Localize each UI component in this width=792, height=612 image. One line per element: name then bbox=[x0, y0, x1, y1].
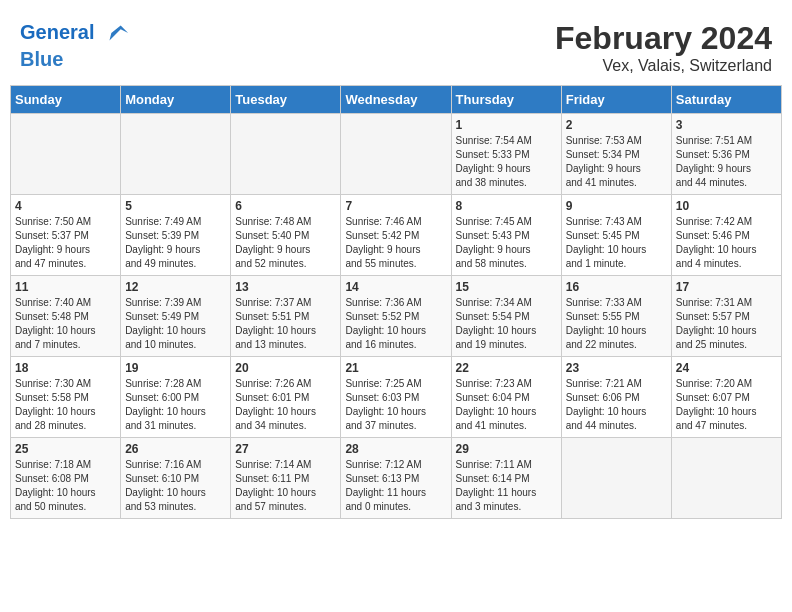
logo-bird-icon bbox=[102, 20, 130, 48]
calendar-table: SundayMondayTuesdayWednesdayThursdayFrid… bbox=[10, 85, 782, 519]
calendar-header: SundayMondayTuesdayWednesdayThursdayFrid… bbox=[11, 86, 782, 114]
weekday-header-row: SundayMondayTuesdayWednesdayThursdayFrid… bbox=[11, 86, 782, 114]
calendar-cell: 23Sunrise: 7:21 AMSunset: 6:06 PMDayligh… bbox=[561, 357, 671, 438]
day-number: 29 bbox=[456, 442, 557, 456]
calendar-title: February 2024 bbox=[555, 20, 772, 57]
title-block: February 2024 Vex, Valais, Switzerland bbox=[555, 20, 772, 75]
weekday-header-thursday: Thursday bbox=[451, 86, 561, 114]
day-number: 15 bbox=[456, 280, 557, 294]
day-number: 26 bbox=[125, 442, 226, 456]
day-info: Sunrise: 7:12 AMSunset: 6:13 PMDaylight … bbox=[345, 458, 446, 514]
day-info: Sunrise: 7:14 AMSunset: 6:11 PMDaylight … bbox=[235, 458, 336, 514]
day-info: Sunrise: 7:31 AMSunset: 5:57 PMDaylight … bbox=[676, 296, 777, 352]
day-number: 1 bbox=[456, 118, 557, 132]
calendar-cell bbox=[561, 438, 671, 519]
day-info: Sunrise: 7:11 AMSunset: 6:14 PMDaylight … bbox=[456, 458, 557, 514]
day-info: Sunrise: 7:21 AMSunset: 6:06 PMDaylight … bbox=[566, 377, 667, 433]
day-number: 6 bbox=[235, 199, 336, 213]
calendar-cell bbox=[231, 114, 341, 195]
day-info: Sunrise: 7:30 AMSunset: 5:58 PMDaylight … bbox=[15, 377, 116, 433]
day-number: 4 bbox=[15, 199, 116, 213]
day-number: 14 bbox=[345, 280, 446, 294]
day-info: Sunrise: 7:43 AMSunset: 5:45 PMDaylight … bbox=[566, 215, 667, 271]
calendar-cell: 22Sunrise: 7:23 AMSunset: 6:04 PMDayligh… bbox=[451, 357, 561, 438]
calendar-cell: 28Sunrise: 7:12 AMSunset: 6:13 PMDayligh… bbox=[341, 438, 451, 519]
day-info: Sunrise: 7:54 AMSunset: 5:33 PMDaylight … bbox=[456, 134, 557, 190]
calendar-cell: 14Sunrise: 7:36 AMSunset: 5:52 PMDayligh… bbox=[341, 276, 451, 357]
calendar-week-row: 18Sunrise: 7:30 AMSunset: 5:58 PMDayligh… bbox=[11, 357, 782, 438]
day-number: 3 bbox=[676, 118, 777, 132]
calendar-cell: 16Sunrise: 7:33 AMSunset: 5:55 PMDayligh… bbox=[561, 276, 671, 357]
calendar-cell: 17Sunrise: 7:31 AMSunset: 5:57 PMDayligh… bbox=[671, 276, 781, 357]
calendar-cell: 2Sunrise: 7:53 AMSunset: 5:34 PMDaylight… bbox=[561, 114, 671, 195]
calendar-cell: 9Sunrise: 7:43 AMSunset: 5:45 PMDaylight… bbox=[561, 195, 671, 276]
calendar-week-row: 11Sunrise: 7:40 AMSunset: 5:48 PMDayligh… bbox=[11, 276, 782, 357]
logo-blue: Blue bbox=[20, 48, 130, 70]
day-number: 13 bbox=[235, 280, 336, 294]
page-header: General Blue February 2024 Vex, Valais, … bbox=[10, 10, 782, 80]
day-info: Sunrise: 7:48 AMSunset: 5:40 PMDaylight … bbox=[235, 215, 336, 271]
day-number: 10 bbox=[676, 199, 777, 213]
calendar-cell: 5Sunrise: 7:49 AMSunset: 5:39 PMDaylight… bbox=[121, 195, 231, 276]
calendar-cell: 18Sunrise: 7:30 AMSunset: 5:58 PMDayligh… bbox=[11, 357, 121, 438]
calendar-week-row: 25Sunrise: 7:18 AMSunset: 6:08 PMDayligh… bbox=[11, 438, 782, 519]
day-number: 21 bbox=[345, 361, 446, 375]
day-number: 12 bbox=[125, 280, 226, 294]
calendar-cell: 20Sunrise: 7:26 AMSunset: 6:01 PMDayligh… bbox=[231, 357, 341, 438]
day-info: Sunrise: 7:45 AMSunset: 5:43 PMDaylight … bbox=[456, 215, 557, 271]
calendar-cell: 8Sunrise: 7:45 AMSunset: 5:43 PMDaylight… bbox=[451, 195, 561, 276]
day-info: Sunrise: 7:18 AMSunset: 6:08 PMDaylight … bbox=[15, 458, 116, 514]
day-number: 17 bbox=[676, 280, 777, 294]
calendar-week-row: 1Sunrise: 7:54 AMSunset: 5:33 PMDaylight… bbox=[11, 114, 782, 195]
calendar-cell bbox=[341, 114, 451, 195]
calendar-cell: 13Sunrise: 7:37 AMSunset: 5:51 PMDayligh… bbox=[231, 276, 341, 357]
day-number: 2 bbox=[566, 118, 667, 132]
day-info: Sunrise: 7:50 AMSunset: 5:37 PMDaylight … bbox=[15, 215, 116, 271]
weekday-header-sunday: Sunday bbox=[11, 86, 121, 114]
calendar-cell: 12Sunrise: 7:39 AMSunset: 5:49 PMDayligh… bbox=[121, 276, 231, 357]
calendar-cell bbox=[11, 114, 121, 195]
day-info: Sunrise: 7:49 AMSunset: 5:39 PMDaylight … bbox=[125, 215, 226, 271]
day-number: 9 bbox=[566, 199, 667, 213]
weekday-header-saturday: Saturday bbox=[671, 86, 781, 114]
day-number: 24 bbox=[676, 361, 777, 375]
calendar-body: 1Sunrise: 7:54 AMSunset: 5:33 PMDaylight… bbox=[11, 114, 782, 519]
day-number: 11 bbox=[15, 280, 116, 294]
calendar-cell bbox=[121, 114, 231, 195]
day-number: 5 bbox=[125, 199, 226, 213]
calendar-subtitle: Vex, Valais, Switzerland bbox=[555, 57, 772, 75]
day-number: 7 bbox=[345, 199, 446, 213]
weekday-header-tuesday: Tuesday bbox=[231, 86, 341, 114]
day-info: Sunrise: 7:53 AMSunset: 5:34 PMDaylight … bbox=[566, 134, 667, 190]
day-number: 27 bbox=[235, 442, 336, 456]
logo-general: General bbox=[20, 21, 94, 43]
day-info: Sunrise: 7:34 AMSunset: 5:54 PMDaylight … bbox=[456, 296, 557, 352]
calendar-cell: 7Sunrise: 7:46 AMSunset: 5:42 PMDaylight… bbox=[341, 195, 451, 276]
svg-marker-0 bbox=[110, 26, 129, 41]
day-number: 19 bbox=[125, 361, 226, 375]
weekday-header-wednesday: Wednesday bbox=[341, 86, 451, 114]
day-info: Sunrise: 7:40 AMSunset: 5:48 PMDaylight … bbox=[15, 296, 116, 352]
calendar-cell: 19Sunrise: 7:28 AMSunset: 6:00 PMDayligh… bbox=[121, 357, 231, 438]
day-info: Sunrise: 7:26 AMSunset: 6:01 PMDaylight … bbox=[235, 377, 336, 433]
calendar-cell: 10Sunrise: 7:42 AMSunset: 5:46 PMDayligh… bbox=[671, 195, 781, 276]
day-number: 25 bbox=[15, 442, 116, 456]
logo: General Blue bbox=[20, 20, 130, 70]
day-info: Sunrise: 7:20 AMSunset: 6:07 PMDaylight … bbox=[676, 377, 777, 433]
calendar-cell: 21Sunrise: 7:25 AMSunset: 6:03 PMDayligh… bbox=[341, 357, 451, 438]
day-number: 8 bbox=[456, 199, 557, 213]
day-info: Sunrise: 7:33 AMSunset: 5:55 PMDaylight … bbox=[566, 296, 667, 352]
day-info: Sunrise: 7:46 AMSunset: 5:42 PMDaylight … bbox=[345, 215, 446, 271]
day-number: 28 bbox=[345, 442, 446, 456]
calendar-cell: 15Sunrise: 7:34 AMSunset: 5:54 PMDayligh… bbox=[451, 276, 561, 357]
calendar-cell: 24Sunrise: 7:20 AMSunset: 6:07 PMDayligh… bbox=[671, 357, 781, 438]
calendar-cell bbox=[671, 438, 781, 519]
day-info: Sunrise: 7:39 AMSunset: 5:49 PMDaylight … bbox=[125, 296, 226, 352]
calendar-cell: 6Sunrise: 7:48 AMSunset: 5:40 PMDaylight… bbox=[231, 195, 341, 276]
day-number: 22 bbox=[456, 361, 557, 375]
calendar-cell: 1Sunrise: 7:54 AMSunset: 5:33 PMDaylight… bbox=[451, 114, 561, 195]
calendar-cell: 11Sunrise: 7:40 AMSunset: 5:48 PMDayligh… bbox=[11, 276, 121, 357]
calendar-cell: 29Sunrise: 7:11 AMSunset: 6:14 PMDayligh… bbox=[451, 438, 561, 519]
calendar-cell: 27Sunrise: 7:14 AMSunset: 6:11 PMDayligh… bbox=[231, 438, 341, 519]
calendar-cell: 4Sunrise: 7:50 AMSunset: 5:37 PMDaylight… bbox=[11, 195, 121, 276]
